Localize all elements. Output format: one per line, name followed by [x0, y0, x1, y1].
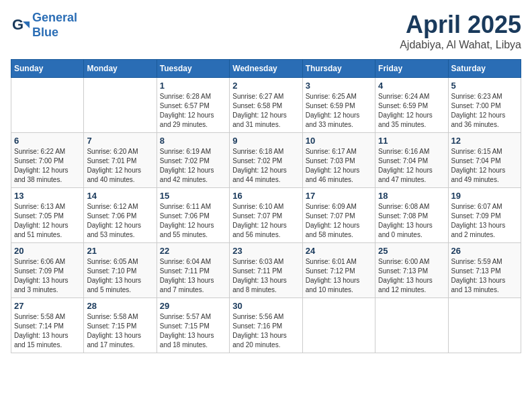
calendar-cell: 23Sunrise: 6:03 AM Sunset: 7:11 PM Dayli…: [230, 243, 302, 298]
logo-icon: G: [11, 16, 30, 35]
svg-text:G: G: [12, 16, 24, 33]
calendar-cell: 8Sunrise: 6:19 AM Sunset: 7:02 PM Daylig…: [157, 133, 229, 188]
calendar-cell: [448, 298, 521, 353]
logo-text: General Blue: [32, 11, 77, 40]
calendar-body: 1Sunrise: 6:28 AM Sunset: 6:57 PM Daylig…: [11, 78, 521, 353]
day-info: Sunrise: 6:06 AM Sunset: 7:09 PM Dayligh…: [14, 257, 81, 295]
header-saturday: Saturday: [448, 60, 521, 78]
calendar-cell: 28Sunrise: 5:58 AM Sunset: 7:15 PM Dayli…: [84, 298, 157, 353]
calendar-cell: 12Sunrise: 6:15 AM Sunset: 7:04 PM Dayli…: [448, 133, 521, 188]
day-info: Sunrise: 5:56 AM Sunset: 7:16 PM Dayligh…: [232, 312, 299, 350]
calendar-cell: 17Sunrise: 6:09 AM Sunset: 7:07 PM Dayli…: [302, 188, 375, 243]
day-number: 26: [451, 246, 518, 256]
day-number: 17: [306, 191, 372, 201]
day-info: Sunrise: 6:17 AM Sunset: 7:03 PM Dayligh…: [306, 147, 372, 185]
calendar-cell: 21Sunrise: 6:05 AM Sunset: 7:10 PM Dayli…: [84, 243, 157, 298]
day-number: 22: [160, 246, 226, 256]
day-number: 13: [14, 191, 81, 201]
calendar-cell: [11, 78, 84, 133]
day-number: 12: [451, 136, 518, 146]
header-friday: Friday: [375, 60, 448, 78]
day-number: 28: [87, 301, 153, 311]
day-info: Sunrise: 6:10 AM Sunset: 7:07 PM Dayligh…: [232, 202, 299, 240]
day-number: 21: [87, 246, 153, 256]
calendar-cell: 4Sunrise: 6:24 AM Sunset: 6:59 PM Daylig…: [375, 78, 448, 133]
day-info: Sunrise: 6:24 AM Sunset: 6:59 PM Dayligh…: [378, 92, 445, 130]
day-info: Sunrise: 5:58 AM Sunset: 7:15 PM Dayligh…: [87, 312, 153, 350]
day-info: Sunrise: 6:27 AM Sunset: 6:58 PM Dayligh…: [232, 92, 299, 130]
calendar-cell: 15Sunrise: 6:11 AM Sunset: 7:06 PM Dayli…: [157, 188, 229, 243]
day-number: 27: [14, 301, 81, 311]
day-number: 9: [232, 136, 299, 146]
day-info: Sunrise: 6:25 AM Sunset: 6:59 PM Dayligh…: [306, 92, 372, 130]
day-info: Sunrise: 6:09 AM Sunset: 7:07 PM Dayligh…: [306, 202, 372, 240]
day-info: Sunrise: 6:19 AM Sunset: 7:02 PM Dayligh…: [160, 147, 226, 185]
day-info: Sunrise: 6:11 AM Sunset: 7:06 PM Dayligh…: [160, 202, 226, 240]
calendar-cell: 2Sunrise: 6:27 AM Sunset: 6:58 PM Daylig…: [230, 78, 302, 133]
day-number: 5: [451, 81, 518, 91]
day-info: Sunrise: 6:12 AM Sunset: 7:06 PM Dayligh…: [87, 202, 153, 240]
calendar-cell: 14Sunrise: 6:12 AM Sunset: 7:06 PM Dayli…: [84, 188, 157, 243]
day-number: 18: [378, 191, 445, 201]
calendar-cell: 25Sunrise: 6:00 AM Sunset: 7:13 PM Dayli…: [375, 243, 448, 298]
calendar-cell: [84, 78, 157, 133]
location-title: Ajdabiya, Al Wahat, Libya: [400, 39, 521, 51]
calendar-cell: 27Sunrise: 5:58 AM Sunset: 7:14 PM Dayli…: [11, 298, 84, 353]
calendar-week-2: 6Sunrise: 6:22 AM Sunset: 7:00 PM Daylig…: [11, 133, 521, 188]
day-info: Sunrise: 6:23 AM Sunset: 7:00 PM Dayligh…: [451, 92, 518, 130]
month-title: April 2025: [400, 11, 521, 39]
day-info: Sunrise: 6:04 AM Sunset: 7:11 PM Dayligh…: [160, 257, 226, 295]
day-number: 24: [306, 246, 372, 256]
svg-marker-1: [23, 21, 30, 28]
calendar-cell: 24Sunrise: 6:01 AM Sunset: 7:12 PM Dayli…: [302, 243, 375, 298]
calendar-cell: 20Sunrise: 6:06 AM Sunset: 7:09 PM Dayli…: [11, 243, 84, 298]
day-number: 11: [378, 136, 445, 146]
day-number: 20: [14, 246, 81, 256]
calendar-table: Sunday Monday Tuesday Wednesday Thursday…: [11, 59, 521, 353]
calendar-cell: 18Sunrise: 6:08 AM Sunset: 7:08 PM Dayli…: [375, 188, 448, 243]
header-tuesday: Tuesday: [157, 60, 229, 78]
day-info: Sunrise: 6:22 AM Sunset: 7:00 PM Dayligh…: [14, 147, 81, 185]
day-number: 7: [87, 136, 153, 146]
day-info: Sunrise: 6:07 AM Sunset: 7:09 PM Dayligh…: [451, 202, 518, 240]
day-number: 1: [160, 81, 226, 91]
day-info: Sunrise: 6:16 AM Sunset: 7:04 PM Dayligh…: [378, 147, 445, 185]
calendar-week-4: 20Sunrise: 6:06 AM Sunset: 7:09 PM Dayli…: [11, 243, 521, 298]
calendar-header: Sunday Monday Tuesday Wednesday Thursday…: [11, 60, 521, 78]
calendar-cell: 16Sunrise: 6:10 AM Sunset: 7:07 PM Dayli…: [230, 188, 302, 243]
header-row: Sunday Monday Tuesday Wednesday Thursday…: [11, 60, 521, 78]
day-number: 30: [232, 301, 299, 311]
day-number: 4: [378, 81, 445, 91]
day-info: Sunrise: 6:28 AM Sunset: 6:57 PM Dayligh…: [160, 92, 226, 130]
day-number: 15: [160, 191, 226, 201]
calendar-cell: 30Sunrise: 5:56 AM Sunset: 7:16 PM Dayli…: [230, 298, 302, 353]
day-info: Sunrise: 6:20 AM Sunset: 7:01 PM Dayligh…: [87, 147, 153, 185]
calendar-cell: 10Sunrise: 6:17 AM Sunset: 7:03 PM Dayli…: [302, 133, 375, 188]
day-number: 3: [306, 81, 372, 91]
header: G General Blue April 2025 Ajdabiya, Al W…: [11, 11, 521, 51]
calendar-cell: 1Sunrise: 6:28 AM Sunset: 6:57 PM Daylig…: [157, 78, 229, 133]
logo: G General Blue: [11, 11, 77, 40]
day-number: 2: [232, 81, 299, 91]
day-number: 10: [306, 136, 372, 146]
header-sunday: Sunday: [11, 60, 84, 78]
calendar-cell: 19Sunrise: 6:07 AM Sunset: 7:09 PM Dayli…: [448, 188, 521, 243]
day-info: Sunrise: 6:05 AM Sunset: 7:10 PM Dayligh…: [87, 257, 153, 295]
calendar-cell: 3Sunrise: 6:25 AM Sunset: 6:59 PM Daylig…: [302, 78, 375, 133]
header-thursday: Thursday: [302, 60, 375, 78]
day-number: 25: [378, 246, 445, 256]
calendar-cell: 6Sunrise: 6:22 AM Sunset: 7:00 PM Daylig…: [11, 133, 84, 188]
calendar-cell: 11Sunrise: 6:16 AM Sunset: 7:04 PM Dayli…: [375, 133, 448, 188]
calendar-cell: 5Sunrise: 6:23 AM Sunset: 7:00 PM Daylig…: [448, 78, 521, 133]
day-info: Sunrise: 6:13 AM Sunset: 7:05 PM Dayligh…: [14, 202, 81, 240]
day-number: 23: [232, 246, 299, 256]
calendar-cell: [302, 298, 375, 353]
calendar-cell: 22Sunrise: 6:04 AM Sunset: 7:11 PM Dayli…: [157, 243, 229, 298]
header-monday: Monday: [84, 60, 157, 78]
day-info: Sunrise: 5:57 AM Sunset: 7:15 PM Dayligh…: [160, 312, 226, 350]
day-number: 19: [451, 191, 518, 201]
calendar-cell: 9Sunrise: 6:18 AM Sunset: 7:02 PM Daylig…: [230, 133, 302, 188]
calendar-cell: 26Sunrise: 5:59 AM Sunset: 7:13 PM Dayli…: [448, 243, 521, 298]
calendar-cell: [375, 298, 448, 353]
header-wednesday: Wednesday: [230, 60, 302, 78]
